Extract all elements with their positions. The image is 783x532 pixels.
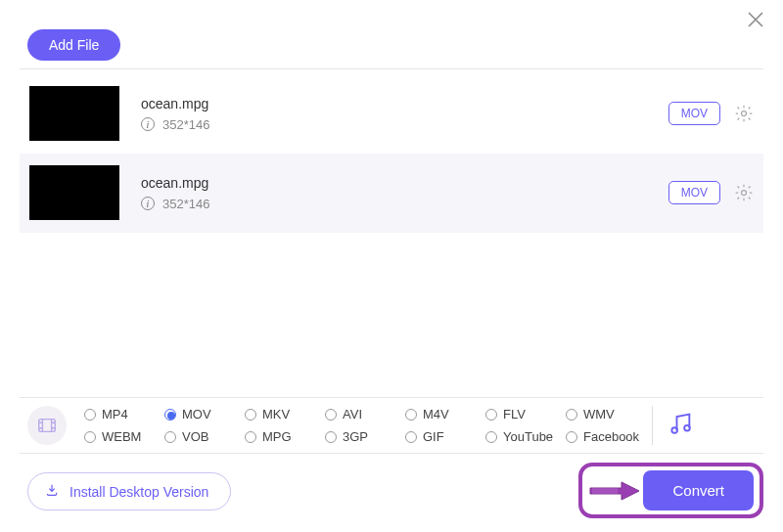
format-option-flv[interactable]: FLV <box>485 407 566 421</box>
radio-icon <box>566 409 577 421</box>
format-option-facebook[interactable]: Facebook <box>566 429 646 444</box>
convert-button[interactable]: Convert <box>643 470 754 510</box>
radio-icon <box>325 409 337 421</box>
format-bar: MP4MOVMKVAVIM4VFLVWMVWEBMVOBMPG3GPGIFYou… <box>20 397 763 454</box>
arrow-annotation-icon <box>588 477 641 505</box>
format-label: WEBM <box>102 429 141 444</box>
radio-icon <box>164 431 176 443</box>
svg-point-4 <box>684 425 690 431</box>
format-label: M4V <box>423 407 449 421</box>
svg-point-1 <box>742 191 747 196</box>
format-grid: MP4MOVMKVAVIM4VFLVWMVWEBMVOBMPG3GPGIFYou… <box>84 407 646 444</box>
svg-point-0 <box>742 111 747 116</box>
format-option-mp4[interactable]: MP4 <box>84 407 164 421</box>
file-name: ocean.mpg <box>141 175 356 191</box>
file-name: ocean.mpg <box>141 96 356 111</box>
format-label: MKV <box>262 407 290 421</box>
format-option-m4v[interactable]: M4V <box>405 407 485 421</box>
radio-icon <box>245 409 256 421</box>
separator <box>652 406 653 445</box>
radio-icon <box>485 409 497 421</box>
format-option-3gp[interactable]: 3GP <box>325 429 405 444</box>
radio-icon <box>164 409 176 421</box>
radio-icon <box>84 431 96 443</box>
radio-icon <box>405 431 417 443</box>
format-label: VOB <box>182 429 208 444</box>
file-thumbnail <box>29 86 119 141</box>
file-meta: i 352*146 <box>141 197 356 211</box>
format-option-mkv[interactable]: MKV <box>245 407 325 421</box>
install-desktop-button[interactable]: Install Desktop Version <box>27 472 231 510</box>
radio-icon <box>485 431 497 443</box>
format-label: YouTube <box>503 429 553 444</box>
file-info: ocean.mpg i 352*146 <box>141 96 356 132</box>
gear-icon[interactable] <box>734 104 754 123</box>
info-icon[interactable]: i <box>141 197 155 210</box>
format-option-webm[interactable]: WEBM <box>84 429 164 444</box>
format-option-gif[interactable]: GIF <box>405 429 485 444</box>
radio-icon <box>325 431 337 443</box>
file-meta: i 352*146 <box>141 117 356 132</box>
format-label: FLV <box>503 407 526 421</box>
convert-highlight: Convert <box>578 463 763 518</box>
add-file-button[interactable]: Add File <box>27 29 120 61</box>
format-label: WMV <box>583 407 615 421</box>
format-option-wmv[interactable]: WMV <box>566 407 646 421</box>
format-label: MOV <box>182 407 211 421</box>
file-thumbnail <box>29 165 119 220</box>
format-option-mov[interactable]: MOV <box>164 407 245 421</box>
format-label: AVI <box>343 407 362 421</box>
format-label: MPG <box>262 429 292 444</box>
file-list: ocean.mpg i 352*146 MOV ocean.mpg i 352*… <box>20 74 763 233</box>
divider <box>20 68 763 69</box>
video-icon[interactable] <box>27 406 67 445</box>
radio-icon <box>566 431 577 443</box>
gear-icon[interactable] <box>734 183 754 202</box>
file-dimensions: 352*146 <box>162 117 209 132</box>
file-info: ocean.mpg i 352*146 <box>141 175 356 211</box>
format-label: GIF <box>423 429 444 444</box>
info-icon[interactable]: i <box>141 117 155 131</box>
format-option-mpg[interactable]: MPG <box>245 429 325 444</box>
format-label: 3GP <box>343 429 368 444</box>
svg-point-3 <box>671 427 677 433</box>
download-icon <box>44 482 60 501</box>
music-icon[interactable] <box>667 410 694 441</box>
radio-icon <box>84 409 96 421</box>
format-label: Facebook <box>583 429 639 444</box>
install-label: Install Desktop Version <box>69 484 208 500</box>
file-row: ocean.mpg i 352*146 MOV <box>20 154 763 233</box>
output-format-button[interactable]: MOV <box>668 102 720 125</box>
file-dimensions: 352*146 <box>162 197 209 211</box>
format-option-youtube[interactable]: YouTube <box>485 429 566 444</box>
radio-icon <box>405 409 417 421</box>
svg-rect-2 <box>39 420 56 432</box>
format-option-vob[interactable]: VOB <box>164 429 245 444</box>
output-format-button[interactable]: MOV <box>668 181 720 204</box>
format-label: MP4 <box>102 407 128 421</box>
close-icon[interactable] <box>746 10 765 33</box>
file-row: ocean.mpg i 352*146 MOV <box>20 74 763 154</box>
radio-icon <box>245 431 256 443</box>
format-option-avi[interactable]: AVI <box>325 407 405 421</box>
file-actions: MOV <box>668 181 754 204</box>
file-actions: MOV <box>668 102 754 125</box>
